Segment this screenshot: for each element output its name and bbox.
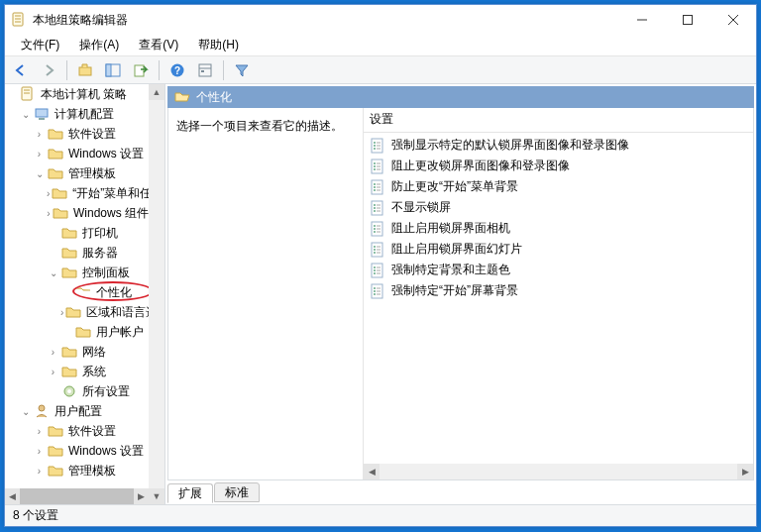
svg-point-49	[374, 210, 376, 212]
menu-view[interactable]: 查看(V)	[129, 35, 188, 55]
list-item[interactable]: 阻止启用锁屏界面幻灯片	[368, 239, 749, 260]
tree-user-accounts[interactable]: 用户帐户	[5, 322, 149, 342]
tree-admin-templates-2[interactable]: › 管理模板	[5, 461, 149, 480]
tree-start-menu[interactable]: › “开始”菜单和任务栏	[5, 183, 149, 203]
tree-hscrollbar[interactable]: ◀ ▶	[5, 488, 149, 504]
export-button[interactable]	[129, 59, 153, 81]
back-button[interactable]	[9, 59, 33, 81]
folder-icon	[61, 245, 77, 261]
twisty-closed-icon[interactable]: ›	[47, 346, 59, 359]
svg-point-68	[374, 266, 376, 268]
tree-label: 用户帐户	[96, 324, 144, 341]
scroll-down-icon[interactable]: ▼	[149, 488, 164, 504]
tree-software-settings[interactable]: › 软件设置	[5, 124, 149, 144]
gear-icon	[61, 383, 77, 399]
twisty-closed-icon[interactable]: ›	[33, 128, 46, 141]
titlebar[interactable]: 本地组策略编辑器	[5, 5, 756, 35]
twisty-closed-icon[interactable]: ›	[33, 425, 46, 438]
list-hscrollbar[interactable]: ◀ ▶	[364, 464, 753, 479]
twisty-open-icon[interactable]: ⌄	[33, 167, 46, 180]
policy-item-icon	[370, 221, 385, 237]
list-item[interactable]: 阻止更改锁屏界面图像和登录图像	[368, 156, 749, 176]
tab-standard[interactable]: 标准	[214, 482, 260, 502]
scroll-right-icon[interactable]: ▶	[134, 488, 149, 504]
scroll-left-icon[interactable]: ◀	[5, 488, 20, 504]
twisty-closed-icon[interactable]: ›	[47, 366, 59, 378]
scroll-right-icon[interactable]: ▶	[737, 464, 753, 479]
content-area: 本地计算机 策略 ⌄ 计算机配置 › 软件设置 ›	[5, 84, 756, 504]
settings-list[interactable]: 强制显示特定的默认锁屏界面图像和登录图像 阻止更改锁屏界面图像和登录图像 防止更…	[364, 133, 753, 464]
toolbar: ?	[5, 56, 756, 84]
twisty-closed-icon[interactable]: ›	[33, 445, 46, 458]
maximize-button[interactable]	[665, 5, 710, 35]
scroll-thumb[interactable]	[20, 488, 133, 504]
scroll-left-icon[interactable]: ◀	[364, 464, 380, 479]
svg-point-42	[374, 189, 376, 191]
tree-personalization[interactable]: 个性化	[5, 282, 149, 302]
tree-computer-config[interactable]: ⌄ 计算机配置	[5, 104, 149, 124]
tree-windows-components[interactable]: › Windows 组件	[5, 203, 149, 223]
list-item[interactable]: 强制特定背景和主题色	[368, 260, 749, 280]
svg-point-54	[374, 225, 376, 227]
separator	[66, 60, 67, 80]
show-hide-tree-button[interactable]	[101, 59, 125, 81]
twisty-closed-icon[interactable]: ›	[60, 306, 63, 319]
minimize-button[interactable]	[619, 5, 665, 35]
folder-icon	[61, 364, 77, 379]
twisty-open-icon[interactable]: ⌄	[19, 108, 32, 121]
list-item[interactable]: 阻止启用锁屏界面相机	[368, 218, 749, 239]
tree-admin-templates[interactable]: ⌄ 管理模板	[5, 163, 149, 183]
menu-help[interactable]: 帮助(H)	[188, 35, 249, 55]
twisty-open-icon[interactable]: ⌄	[19, 405, 32, 418]
tree-printers[interactable]: 打印机	[5, 223, 149, 243]
folder-icon	[48, 146, 63, 161]
list-item[interactable]: 防止更改“开始”菜单背景	[368, 176, 749, 197]
properties-button[interactable]	[193, 59, 217, 81]
policy-item-icon	[370, 179, 385, 195]
scroll-up-icon[interactable]: ▲	[149, 84, 164, 100]
svg-point-24	[39, 405, 45, 411]
tree-label: Windows 设置	[68, 146, 144, 162]
list-item[interactable]: 强制特定“开始”屏幕背景	[368, 280, 749, 301]
twisty-closed-icon[interactable]: ›	[47, 207, 51, 220]
tree-root[interactable]: 本地计算机 策略	[5, 84, 149, 104]
tree-label: 用户配置	[54, 403, 102, 420]
twisty-open-icon[interactable]: ⌄	[47, 266, 59, 279]
close-button[interactable]	[710, 5, 756, 35]
list-item[interactable]: 不显示锁屏	[368, 197, 749, 218]
tree-control-panel[interactable]: ⌄ 控制面板	[5, 263, 149, 282]
details-header: 个性化	[167, 86, 754, 108]
app-icon	[11, 12, 27, 28]
tree-windows-settings[interactable]: › Windows 设置	[5, 144, 149, 163]
twisty-closed-icon[interactable]: ›	[47, 187, 50, 200]
tree-user-config[interactable]: ⌄ 用户配置	[5, 401, 149, 421]
tree-servers[interactable]: 服务器	[5, 243, 149, 263]
tree-network[interactable]: › 网络	[5, 342, 149, 362]
forward-button[interactable]	[37, 59, 60, 81]
settings-column-header[interactable]: 设置	[364, 108, 753, 130]
tab-extended[interactable]: 扩展	[167, 483, 213, 503]
policy-item-icon	[370, 159, 385, 174]
up-button[interactable]	[73, 59, 97, 81]
tree-system[interactable]: › 系统	[5, 362, 149, 381]
svg-point-76	[374, 290, 376, 292]
twisty-closed-icon[interactable]: ›	[33, 148, 46, 160]
tree-label: 本地计算机 策略	[41, 86, 127, 103]
tree-software-settings-2[interactable]: › 软件设置	[5, 421, 149, 441]
menu-action[interactable]: 操作(A)	[69, 35, 129, 55]
twisty-closed-icon[interactable]: ›	[33, 465, 46, 478]
svg-point-70	[374, 272, 376, 274]
tree-pane[interactable]: 本地计算机 策略 ⌄ 计算机配置 › 软件设置 ›	[5, 84, 165, 504]
tree-windows-settings-2[interactable]: › Windows 设置	[5, 441, 149, 461]
tree-label: 管理模板	[68, 165, 116, 182]
list-item-label: 强制特定背景和主题色	[391, 262, 510, 278]
filter-button[interactable]	[230, 59, 254, 81]
details-header-title: 个性化	[196, 89, 232, 106]
col-header-label: 设置	[370, 111, 393, 128]
list-item[interactable]: 强制显示特定的默认锁屏界面图像和登录图像	[368, 135, 749, 156]
menu-file[interactable]: 文件(F)	[11, 35, 69, 55]
tree-all-settings[interactable]: 所有设置	[5, 381, 149, 401]
help-button[interactable]: ?	[165, 59, 189, 81]
tree-region-language[interactable]: › 区域和语言选项	[5, 302, 149, 322]
tree-vscrollbar[interactable]: ▲ ▼	[149, 84, 164, 504]
